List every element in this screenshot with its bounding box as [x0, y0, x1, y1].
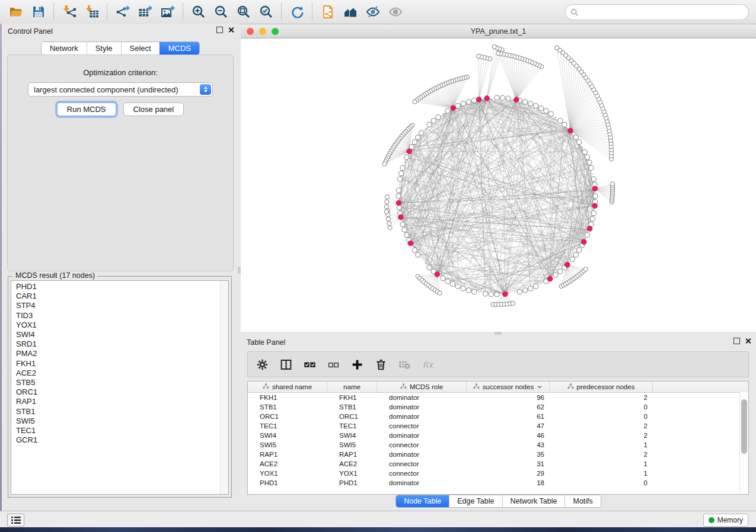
list-scrollbar[interactable] [220, 281, 228, 494]
tab-network-table[interactable]: Network Table [502, 495, 565, 507]
vertical-splitter-handle[interactable] [238, 267, 241, 274]
window-minimize-light[interactable] [259, 28, 266, 35]
mcds-node-item[interactable]: ORC1 [11, 387, 220, 397]
mcds-result-title: MCDS result (17 nodes) [13, 271, 97, 280]
close-table-panel-icon[interactable] [745, 338, 751, 344]
clear-selection-icon[interactable] [327, 358, 340, 371]
mcds-node-item[interactable]: PHD1 [11, 282, 220, 291]
tab-style[interactable]: Style [87, 42, 121, 55]
optimization-criterion-label: Optimization criterion: [8, 68, 233, 77]
mcds-node-item[interactable]: TEC1 [11, 426, 220, 435]
table-scrollbar-thumb[interactable] [741, 399, 747, 454]
create-column-icon[interactable] [351, 358, 363, 371]
mcds-node-item[interactable]: CAR1 [11, 291, 220, 301]
table-row-STB1[interactable]: STB1STB1dominator620 [248, 402, 748, 412]
mcds-node-item[interactable]: PMA2 [11, 349, 220, 358]
network-canvas[interactable] [241, 39, 756, 332]
delete-columns-icon[interactable] [375, 358, 387, 371]
table-row-FKH1[interactable]: FKH1FKH1dominator962 [248, 393, 748, 402]
desktop-wallpaper [0, 527, 756, 532]
cell-MCDS-role: dominator [377, 394, 467, 401]
column-header-name[interactable]: name [327, 382, 377, 392]
table-row-SWI4[interactable]: SWI4SWI4dominator462 [248, 431, 748, 440]
mcds-node-item[interactable]: SWI4 [11, 330, 220, 339]
window-close-light[interactable] [247, 28, 254, 35]
open-file-icon[interactable] [7, 3, 25, 21]
cell-name: YOX1 [327, 470, 377, 477]
delete-table-icon[interactable] [398, 358, 411, 371]
mcds-node-item[interactable]: SRD1 [11, 339, 220, 349]
float-panel-icon[interactable] [216, 27, 223, 33]
cell-successor-nodes: 62 [467, 403, 550, 411]
cell-predecessor-nodes: 1 [550, 460, 653, 467]
float-table-panel-icon[interactable] [733, 338, 740, 344]
column-header-predecessor-nodes[interactable]: predecessor nodes [550, 382, 653, 392]
window-maximize-light[interactable] [272, 28, 279, 35]
mcds-node-item[interactable]: YOX1 [11, 321, 220, 330]
apply-preferred-layout-icon[interactable] [288, 3, 306, 21]
mcds-node-item[interactable]: STB5 [11, 378, 220, 387]
toolbar-separator [107, 4, 108, 20]
cell-successor-nodes: 31 [467, 460, 550, 467]
mcds-node-item[interactable]: STP4 [11, 301, 220, 310]
hide-selected-icon[interactable] [364, 3, 382, 21]
tab-select[interactable]: Select [121, 42, 160, 55]
tab-mcds[interactable]: MCDS [160, 42, 199, 55]
zoom-in-icon[interactable] [190, 3, 208, 21]
mcds-node-item[interactable]: TID3 [11, 311, 220, 321]
table-row-ACE2[interactable]: ACE2ACE2connector311 [248, 459, 748, 469]
select-all-icon[interactable] [304, 358, 316, 371]
show-all-icon[interactable] [387, 3, 404, 21]
cell-name: SWI4 [327, 432, 377, 439]
import-table-from-file-icon[interactable] [83, 3, 101, 21]
column-header-MCDS-role[interactable]: MCDS role [377, 382, 467, 392]
table-row-YOX1[interactable]: YOX1YOX1connector291 [248, 469, 748, 478]
table-scrollbar[interactable] [739, 392, 748, 494]
cell-shared-name: ACE2 [248, 460, 327, 467]
run-mcds-button[interactable]: Run MCDS [57, 102, 116, 116]
zoom-out-icon[interactable] [212, 3, 230, 21]
mcds-node-item[interactable]: STB1 [11, 407, 220, 416]
search-box[interactable] [565, 4, 749, 20]
export-table-icon[interactable] [136, 3, 154, 21]
settings-gear-icon[interactable] [256, 358, 269, 371]
mcds-node-item[interactable]: GCR1 [11, 435, 220, 445]
network-from-selection-icon[interactable] [319, 3, 337, 21]
mcds-node-item[interactable]: FKH1 [11, 359, 220, 368]
search-input[interactable] [582, 8, 744, 17]
function-builder-icon[interactable]: f(x) [422, 358, 435, 371]
fit-selected-icon[interactable] [257, 3, 275, 21]
mcds-node-item[interactable]: RAP1 [11, 397, 220, 406]
tab-motifs[interactable]: Motifs [564, 495, 600, 507]
import-network-from-file-icon[interactable] [60, 3, 78, 21]
task-history-button[interactable] [7, 514, 24, 527]
export-network-icon[interactable] [114, 3, 132, 21]
table-row-ORC1[interactable]: ORC1ORC1dominator610 [248, 412, 748, 421]
fit-content-icon[interactable] [235, 3, 253, 21]
mcds-result-list[interactable]: PHD1CAR1STP4TID3YOX1SWI4SRD1PMA2FKH1ACE2… [11, 280, 229, 495]
close-panel-button[interactable]: Close panel [123, 102, 184, 116]
mcds-node-item[interactable]: ACE2 [11, 368, 220, 378]
column-header-shared-name[interactable]: shared name [248, 382, 327, 392]
cell-predecessor-nodes: 2 [550, 432, 653, 439]
table-row-PHD1[interactable]: PHD1PHD1dominator180 [248, 478, 748, 488]
table-row-RAP1[interactable]: RAP1RAP1dominator352 [248, 450, 748, 459]
close-panel-icon[interactable] [228, 27, 234, 33]
table-row-SWI5[interactable]: SWI5SWI5connector431 [248, 440, 748, 450]
cell-predecessor-nodes: 0 [550, 479, 653, 486]
node-table[interactable]: shared namenameMCDS rolesuccessor nodesp… [247, 381, 749, 495]
tab-node-table[interactable]: Node Table [396, 495, 449, 507]
criterion-select[interactable]: largest connected component (undirected) [28, 82, 213, 97]
export-image-icon[interactable] [159, 3, 177, 21]
tab-edge-table[interactable]: Edge Table [449, 495, 502, 507]
toolbar-separator [183, 4, 184, 20]
tab-network[interactable]: Network [42, 42, 87, 55]
mcds-node-item[interactable]: SWI5 [11, 416, 220, 426]
table-row-TEC1[interactable]: TEC1TEC1connector472 [248, 421, 748, 431]
save-session-icon[interactable] [30, 3, 47, 21]
show-columns-icon[interactable] [280, 358, 292, 371]
first-neighbors-icon[interactable] [342, 3, 359, 21]
column-header-successor-nodes[interactable]: successor nodes [467, 382, 550, 392]
memory-button[interactable]: Memory [703, 514, 748, 527]
network-window-titlebar[interactable]: YPA_prune.txt_1 [241, 25, 756, 39]
